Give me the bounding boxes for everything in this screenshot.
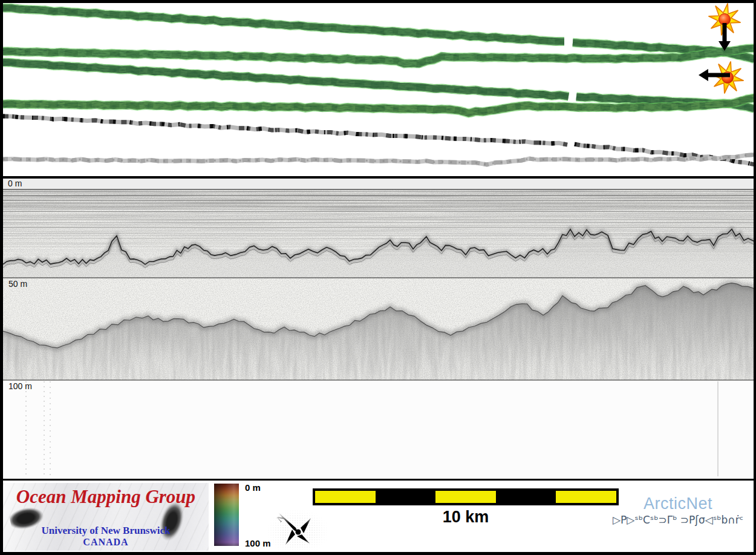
arcticnet-inuktitut: ▷P▷ˢᵇCˢᵇ⊃Γᵇ ⊃Pʃσ◁ˢᵇb∩ṙᶜ	[608, 514, 748, 526]
track-map-panel	[3, 3, 754, 176]
omg-logo: Ocean Mapping Group University of New Br…	[3, 483, 209, 551]
starburst-icon	[699, 58, 747, 96]
depth-label-100m: 100 m	[8, 381, 32, 391]
scale-bar-segment	[315, 491, 376, 503]
starburst-icon	[705, 3, 743, 51]
depth-label-50m: 50 m	[8, 279, 27, 289]
omg-title: Ocean Mapping Group	[3, 486, 209, 508]
multibeam-swaths	[3, 8, 754, 113]
north-label: N	[275, 512, 287, 524]
colorbar-top-label: 0 m	[245, 482, 261, 493]
depth-colorbar	[214, 484, 239, 546]
scale-bar-segment	[435, 491, 496, 503]
legend-strip: Ocean Mapping Group University of New Br…	[3, 481, 754, 552]
omg-institution: University of New Brunswick	[3, 525, 209, 536]
scale-bar	[313, 488, 619, 505]
scale-bar-label: 10 km	[313, 508, 619, 527]
survey-tracks	[3, 3, 754, 176]
scale-bar-segment	[376, 491, 436, 503]
arcticnet-wordmark: ArcticNet	[608, 496, 748, 512]
subbottom-profile-panel: 0 m 50 m 100 m	[3, 179, 754, 479]
omg-country: CANADA	[3, 537, 209, 548]
subbottom-profile: 0 m 50 m 100 m	[3, 179, 754, 479]
depth-label-0m: 0 m	[8, 179, 22, 188]
survey-figure: 0 m 50 m 100 m Ocean Mapping Group Unive…	[0, 0, 756, 555]
sidescan-tracks	[3, 116, 754, 165]
scale-bar-segment	[496, 491, 556, 503]
arcticnet-logo: ArcticNet ▷P▷ˢᵇCˢᵇ⊃Γᵇ ⊃Pʃσ◁ˢᵇb∩ṙᶜ	[608, 496, 748, 526]
